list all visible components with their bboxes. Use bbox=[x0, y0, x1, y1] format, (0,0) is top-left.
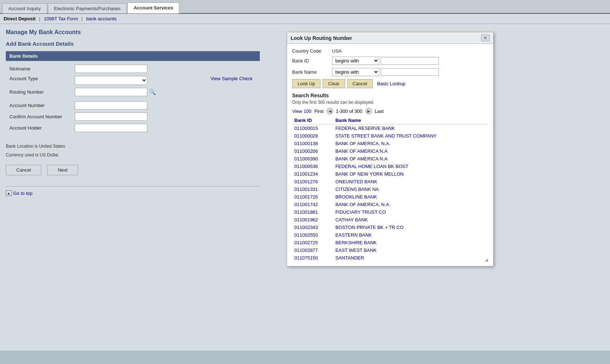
clear-button[interactable]: Clear bbox=[323, 79, 345, 88]
bank-id-label: Bank ID bbox=[292, 58, 332, 64]
bank-name-link[interactable]: EASTERN BANK bbox=[335, 232, 372, 238]
table-row[interactable]: 011001962CATHAY BANK bbox=[292, 216, 488, 224]
bank-id-link[interactable]: 011075150 bbox=[294, 255, 318, 261]
bank-name-label: Bank Name bbox=[292, 69, 332, 75]
table-row[interactable]: 011000536FEDERAL HOME LOAN BK BOST bbox=[292, 163, 488, 170]
bank-name-row: Bank Name begins with contains ends with… bbox=[292, 68, 488, 76]
lookup-routing-modal: Look Up Routing Number ✕ Country Code US… bbox=[287, 32, 494, 266]
pagination-row: View 100 First ◀ 1-300 of 300 ▶ Last bbox=[292, 108, 488, 114]
bank-name-link[interactable]: FEDERAL HOME LOAN BK BOST bbox=[335, 164, 408, 169]
bank-name-link[interactable]: BANK OF NEW YORK MELLON bbox=[335, 171, 404, 177]
modal-action-buttons: Look Up Clear Cancel Basic Lookup bbox=[292, 79, 488, 88]
table-row[interactable]: 011002343BOSTON PRIVATE BK + TR CO bbox=[292, 224, 488, 231]
modal-resize-handle[interactable] bbox=[484, 257, 488, 262]
table-row[interactable]: 011001726BROOKLINE BANK bbox=[292, 193, 488, 201]
modal-titlebar: Look Up Routing Number ✕ bbox=[287, 32, 493, 44]
table-row[interactable]: 011001276ONEUNITED BANK bbox=[292, 178, 488, 185]
page-next-button[interactable]: ▶ bbox=[365, 108, 372, 114]
bank-name-link[interactable]: FIDUCIARY TRUST CO bbox=[335, 209, 386, 215]
table-row[interactable]: 011000028STATE STREET BANK AND TRUST COM… bbox=[292, 132, 488, 140]
bank-name-link[interactable]: BERKSHIRE BANK bbox=[335, 240, 377, 245]
bank-id-link[interactable]: 011002550 bbox=[294, 232, 318, 238]
pagination-first-label: First bbox=[314, 109, 323, 114]
bank-name-link[interactable]: ONEUNITED BANK bbox=[335, 179, 377, 184]
modal-close-button[interactable]: ✕ bbox=[481, 34, 490, 41]
country-code-value: USA bbox=[332, 48, 342, 54]
table-row[interactable]: 011001331CITIZENS BANK NA bbox=[292, 185, 488, 193]
bank-id-link[interactable]: 011002725 bbox=[294, 240, 318, 245]
bank-name-link[interactable]: CITIZENS BANK NA bbox=[335, 187, 379, 192]
pagination-last-label: Last bbox=[375, 109, 384, 114]
bank-id-link[interactable]: 011000390 bbox=[294, 156, 318, 161]
page-prev-button[interactable]: ◀ bbox=[327, 108, 333, 114]
bank-id-link[interactable]: 011001742 bbox=[294, 202, 318, 207]
bank-id-filter-select[interactable]: begins with contains ends with equals bbox=[332, 57, 379, 65]
modal-cancel-button[interactable]: Cancel bbox=[347, 79, 373, 88]
bank-name-link[interactable]: BROOKLINE BANK bbox=[335, 194, 377, 200]
table-row[interactable]: 011001234BANK OF NEW YORK MELLON bbox=[292, 170, 488, 178]
pagination-range: 1-300 of 300 bbox=[336, 109, 363, 114]
country-code-label: Country Code bbox=[292, 48, 332, 54]
table-row[interactable]: 011001742BANK OF AMERICA, N.A. bbox=[292, 201, 488, 208]
table-row[interactable]: 011000138BANK OF AMERICA, N.A. bbox=[292, 140, 488, 147]
search-results-note: Only the first 300 results can be displa… bbox=[292, 100, 488, 105]
bank-name-link[interactable]: BANK OF AMERICA, N.A. bbox=[335, 141, 390, 146]
results-table: Bank ID Bank Name 011000015FEDERAL RESER… bbox=[292, 116, 488, 262]
modal-overlay: Look Up Routing Number ✕ Country Code US… bbox=[0, 0, 610, 364]
bank-id-link[interactable]: 011001276 bbox=[294, 179, 318, 184]
basic-lookup-link[interactable]: Basic Lookup bbox=[377, 81, 405, 86]
modal-body: Country Code USA Bank ID begins with con… bbox=[287, 44, 493, 266]
table-row[interactable]: 011002877EAST WEST BANK bbox=[292, 246, 488, 254]
bank-name-link[interactable]: BANK OF AMERICA, N.A. bbox=[335, 202, 390, 207]
bank-name-link[interactable]: BANK OF AMERICA N.A bbox=[335, 156, 388, 161]
bank-id-link[interactable]: 011000015 bbox=[294, 126, 318, 131]
bank-id-link[interactable]: 011001234 bbox=[294, 171, 318, 177]
bank-id-link[interactable]: 011000138 bbox=[294, 141, 318, 146]
col-header-bank-name: Bank Name bbox=[333, 116, 488, 124]
col-header-bank-id: Bank ID bbox=[292, 116, 333, 124]
bank-name-link[interactable]: SANTANDER bbox=[335, 255, 364, 261]
bank-id-input[interactable] bbox=[381, 57, 439, 65]
bank-name-filter-select[interactable]: begins with contains ends with equals bbox=[332, 68, 379, 76]
search-results-title: Search Results bbox=[292, 93, 488, 98]
table-row[interactable]: 011002550EASTERN BANK bbox=[292, 231, 488, 239]
bank-name-link[interactable]: BANK OF AMERICA N.A bbox=[335, 148, 388, 154]
bank-id-link[interactable]: 011001331 bbox=[294, 187, 318, 192]
table-row[interactable]: 011002725BERKSHIRE BANK bbox=[292, 239, 488, 246]
bank-id-link[interactable]: 011002877 bbox=[294, 248, 318, 253]
modal-title: Look Up Routing Number bbox=[291, 35, 352, 41]
table-row[interactable]: 011000015FEDERAL RESERVE BANK bbox=[292, 124, 488, 132]
bank-name-input[interactable] bbox=[381, 68, 439, 76]
country-code-row: Country Code USA bbox=[292, 48, 488, 54]
bank-name-link[interactable]: CATHAY BANK bbox=[335, 217, 368, 222]
table-row[interactable]: 011075150SANTANDER bbox=[292, 254, 488, 262]
view-100-link[interactable]: View 100 bbox=[292, 109, 311, 114]
table-row[interactable]: 011000206BANK OF AMERICA N.A bbox=[292, 147, 488, 155]
bank-name-link[interactable]: STATE STREET BANK AND TRUST COMPANY bbox=[335, 133, 437, 139]
bank-id-link[interactable]: 011001881 bbox=[294, 209, 318, 215]
bank-name-link[interactable]: EAST WEST BANK bbox=[335, 248, 377, 253]
table-row[interactable]: 011000390BANK OF AMERICA N.A bbox=[292, 155, 488, 163]
bank-id-link[interactable]: 011002343 bbox=[294, 225, 318, 230]
bank-id-link[interactable]: 011000536 bbox=[294, 164, 318, 169]
lookup-button[interactable]: Look Up bbox=[292, 79, 320, 88]
bank-id-link[interactable]: 011001726 bbox=[294, 194, 318, 200]
bank-id-row: Bank ID begins with contains ends with e… bbox=[292, 57, 488, 65]
results-scroll-area[interactable]: Bank ID Bank Name 011000015FEDERAL RESER… bbox=[292, 116, 488, 262]
bank-id-link[interactable]: 011000028 bbox=[294, 133, 318, 139]
table-row[interactable]: 011001881FIDUCIARY TRUST CO bbox=[292, 208, 488, 216]
bank-id-link[interactable]: 011000206 bbox=[294, 148, 318, 154]
bank-name-link[interactable]: BOSTON PRIVATE BK + TR CO bbox=[335, 225, 404, 230]
bank-name-link[interactable]: FEDERAL RESERVE BANK bbox=[335, 126, 395, 131]
bank-id-link[interactable]: 011001962 bbox=[294, 217, 318, 222]
